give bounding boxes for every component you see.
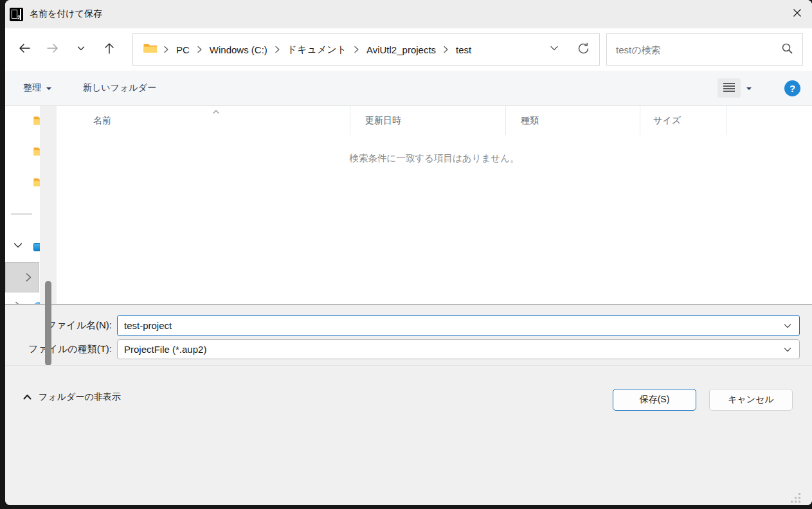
empty-results-message: 検索条件に一致する項目はありません。 xyxy=(57,152,812,165)
file-list-area: 名前 更新日時 種類 サイズ 検索条件に一致する項目はありません。 xyxy=(57,106,812,304)
chevron-down-icon xyxy=(13,241,23,253)
search-box xyxy=(606,33,803,66)
tree-item-pc[interactable] xyxy=(13,241,40,253)
tree-scrollbar-track xyxy=(40,106,57,304)
tree-scrollbar-thumb[interactable] xyxy=(45,281,51,366)
hide-folders-toggle[interactable]: フォルダーの非表示 xyxy=(23,391,121,403)
search-input[interactable] xyxy=(616,44,781,55)
column-header-name[interactable]: 名前 xyxy=(57,106,350,135)
aviutl2-app-icon: 2 xyxy=(10,8,23,21)
breadcrumb-separator-icon xyxy=(354,46,359,53)
up-button[interactable] xyxy=(95,35,123,64)
hide-folders-label: フォルダーの非表示 xyxy=(39,391,121,403)
breadcrumb-item-pc[interactable]: PC xyxy=(175,42,191,58)
column-header-type[interactable]: 種類 xyxy=(506,106,640,135)
view-mode-button[interactable] xyxy=(717,78,741,98)
back-arrow-icon xyxy=(17,41,32,58)
new-folder-button[interactable]: 新しいフォルダー xyxy=(77,78,163,98)
folder-icon xyxy=(143,42,158,57)
view-mode-dropdown[interactable] xyxy=(741,78,757,98)
column-header-size[interactable]: サイズ xyxy=(640,106,726,135)
bottom-bar: フォルダーの非表示 保存(S) キャンセル xyxy=(5,365,812,505)
recent-locations-button[interactable] xyxy=(67,35,95,64)
save-button[interactable]: 保存(S) xyxy=(613,389,696,411)
column-header-date[interactable]: 更新日時 xyxy=(350,106,506,135)
chevron-down-icon xyxy=(782,344,793,355)
breadcrumb-item-drive[interactable]: Windows (C:) xyxy=(208,42,269,58)
address-dropdown-button[interactable] xyxy=(548,42,560,57)
tree-folder-icon[interactable] xyxy=(33,146,40,159)
file-fields-section: ファイル名(N): ファイルの種類(T): ProjectFile (*.aup… xyxy=(5,304,812,365)
breadcrumb-item-documents[interactable]: ドキュメント xyxy=(286,41,348,58)
forward-button[interactable] xyxy=(39,35,67,64)
dropdown-triangle-icon xyxy=(746,83,752,93)
up-arrow-icon xyxy=(102,41,116,58)
breadcrumb-item-projects[interactable]: AviUtl2_projects xyxy=(365,42,437,58)
dropdown-triangle-icon xyxy=(46,83,52,93)
file-name-label: ファイル名(N): xyxy=(5,319,117,332)
tree-folder-icon[interactable] xyxy=(33,115,40,129)
content-area: 名前 更新日時 種類 サイズ 検索条件に一致する項目はありません。 xyxy=(5,106,812,304)
chevron-up-icon xyxy=(23,392,32,402)
chevron-down-icon[interactable] xyxy=(782,321,793,331)
tree-item-selected[interactable] xyxy=(5,262,39,292)
sort-ascending-icon xyxy=(211,106,221,118)
dialog-title: 名前を付けて保存 xyxy=(30,8,102,20)
breadcrumb-separator-icon xyxy=(197,46,203,53)
file-type-label: ファイルの種類(T): xyxy=(5,343,117,355)
close-icon xyxy=(791,6,804,22)
close-button[interactable] xyxy=(782,1,812,27)
breadcrumb-item-test[interactable]: test xyxy=(455,42,473,58)
command-toolbar: 整理 新しいフォルダー ? xyxy=(5,71,812,106)
refresh-button[interactable] xyxy=(577,42,590,58)
title-bar: 2 名前を付けて保存 xyxy=(5,0,812,28)
back-button[interactable] xyxy=(10,35,39,64)
forward-arrow-icon xyxy=(46,41,60,58)
chevron-down-icon xyxy=(76,43,86,56)
address-bar[interactable]: PC Windows (C:) ドキュメント AviUtl2_projects … xyxy=(132,33,600,66)
network-globe-icon xyxy=(33,302,40,305)
new-folder-label: 新しいフォルダー xyxy=(83,82,156,94)
file-name-input[interactable] xyxy=(124,320,782,331)
file-type-value: ProjectFile (*.aup2) xyxy=(124,344,206,355)
organize-button[interactable]: 整理 xyxy=(17,78,59,98)
search-icon xyxy=(781,42,793,57)
file-name-combo xyxy=(117,315,800,336)
cancel-button[interactable]: キャンセル xyxy=(709,389,793,411)
file-type-select[interactable]: ProjectFile (*.aup2) xyxy=(117,339,800,359)
tree-folder-icon[interactable] xyxy=(33,177,40,190)
pc-icon xyxy=(33,243,40,251)
resize-grip[interactable] xyxy=(798,493,800,495)
chevron-right-icon xyxy=(24,272,33,282)
chevron-right-icon xyxy=(14,301,22,304)
breadcrumb-separator-icon xyxy=(443,46,449,53)
tree-item-network[interactable] xyxy=(14,301,40,304)
navigation-tree-pane xyxy=(5,106,40,304)
column-header-filler xyxy=(726,106,812,135)
navigation-row: PC Windows (C:) ドキュメント AviUtl2_projects … xyxy=(5,28,812,71)
breadcrumb-separator-icon xyxy=(163,46,169,53)
help-button[interactable]: ? xyxy=(784,80,800,96)
list-view-icon xyxy=(723,82,735,94)
column-header-row: 名前 更新日時 種類 サイズ xyxy=(57,106,812,135)
tree-divider xyxy=(11,213,32,215)
save-as-dialog: 2 名前を付けて保存 xyxy=(5,0,812,505)
organize-label: 整理 xyxy=(23,82,41,94)
breadcrumb-separator-icon xyxy=(275,46,280,53)
